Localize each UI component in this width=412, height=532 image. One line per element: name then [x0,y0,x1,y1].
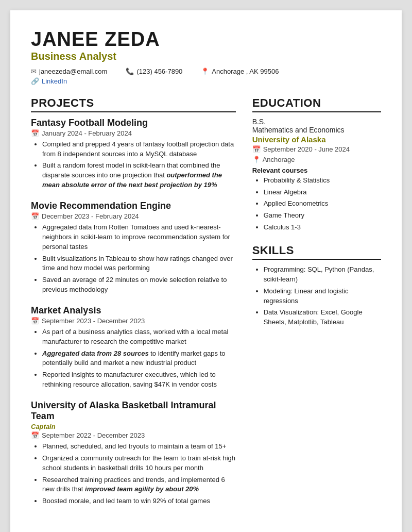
project-date-market: 📅 September 2023 - December 2023 [31,317,236,325]
calendar-icon-market: 📅 [31,317,39,325]
resume-container: JANEE ZEDA Business Analyst ✉ janeezeda@… [10,10,402,532]
calendar-icon-basketball: 📅 [31,431,39,439]
list-item: Modeling: Linear and logistic regression… [264,287,381,306]
email-icon: ✉ [31,68,37,75]
linkedin-link[interactable]: LinkedIn [42,77,67,85]
project-date-basketball: 📅 September 2022 - December 2023 [31,431,236,439]
project-date-basketball-text: September 2022 - December 2023 [42,431,145,439]
location-pin-icon: 📍 [252,156,261,163]
list-item: Data Visualization: Excel, Google Sheets… [264,308,381,327]
projects-section-title: PROJECTS [31,96,236,112]
project-date-movie-text: December 2023 - February 2024 [42,212,139,220]
location-icon: 📍 [201,68,209,75]
left-column: PROJECTS Fantasy Football Modeling 📅 Jan… [31,96,236,517]
project-bullets-market: As part of a business analytics class, w… [42,327,236,390]
skills-section: SKILLS Programming: SQL, Python (Pandas,… [252,244,381,327]
right-column: EDUCATION B.S. Mathematics and Economics… [252,96,381,517]
project-fantasy-football: Fantasy Football Modeling 📅 January 2024… [31,118,236,190]
list-item: Boosted morale, and led team to win 92% … [42,496,236,506]
list-item: Programming: SQL, Python (Pandas, scikit… [264,265,381,285]
list-item: Calculus 1-3 [264,223,381,232]
project-date-movie: 📅 December 2023 - February 2024 [31,212,236,220]
list-item: Game Theory [264,211,381,221]
calendar-icon-fantasy: 📅 [31,129,39,137]
list-item: Probability & Statistics [264,176,381,186]
project-title-market: Market Analysis [31,305,236,316]
skills-section-title: SKILLS [252,244,381,260]
project-bullets-basketball: Planned, scheduled, and led tryouts to m… [42,442,236,506]
contact-row: ✉ janeezeda@email.com 📞 (123) 456-7890 📍… [31,68,381,75]
project-date-market-text: September 2023 - December 2023 [42,317,145,325]
edu-dates: September 2020 - June 2024 [263,145,350,153]
project-subtitle-basketball: Captain [31,423,236,430]
candidate-title: Business Analyst [31,51,381,62]
project-date-fantasy-text: January 2024 - February 2024 [42,129,132,137]
edu-location-text: Anchorage [263,156,295,163]
list-item: Built a random forest model in scikit-le… [42,161,236,190]
list-item: Researched training practices and trends… [42,475,236,495]
linkedin-item[interactable]: 🔗 LinkedIn [31,77,67,85]
project-bullets-fantasy: Compiled and prepped 4 years of fantasy … [42,140,236,190]
education-section: EDUCATION B.S. Mathematics and Economics… [252,96,381,232]
edu-school: University of Alaska [252,135,381,144]
list-item: Aggregated data from 28 sources to ident… [42,349,236,369]
project-title-fantasy: Fantasy Football Modeling [31,118,236,128]
candidate-name: JANEE ZEDA [31,29,381,51]
phone-item: 📞 (123) 456-7890 [126,68,182,75]
relevant-courses-label: Relevant courses [252,167,381,174]
phone-icon: 📞 [126,68,134,75]
edu-date-row: 📅 September 2020 - June 2024 [252,145,381,153]
courses-list: Probability & Statistics Linear Algebra … [264,176,381,232]
edu-major: Mathematics and Economics [252,126,381,134]
list-item: Applied Econometrics [264,199,381,209]
phone-text: (123) 456-7890 [136,68,182,75]
list-item: Organized a community outreach for the t… [42,454,236,473]
list-item: Aggregated data from Rotten Tomatoes and… [42,223,236,252]
project-date-fantasy: 📅 January 2024 - February 2024 [31,129,236,137]
calendar-icon-edu: 📅 [252,145,261,153]
project-market-analysis: Market Analysis 📅 September 2023 - Decem… [31,305,236,390]
list-item: As part of a business analytics class, w… [42,327,236,347]
project-movie-rec: Movie Recommendation Engine 📅 December 2… [31,201,236,295]
header: JANEE ZEDA Business Analyst ✉ janeezeda@… [31,29,381,85]
location-text: Anchorage , AK 99506 [212,68,279,75]
project-bullets-movie: Aggregated data from Rotten Tomatoes and… [42,223,236,295]
location-item: 📍 Anchorage , AK 99506 [201,68,279,75]
list-item: Reported insights to manufacturer execut… [42,370,236,390]
calendar-icon-movie: 📅 [31,212,39,220]
skills-list: Programming: SQL, Python (Pandas, scikit… [264,265,381,327]
list-item: Planned, scheduled, and led tryouts to m… [42,442,236,452]
project-title-movie: Movie Recommendation Engine [31,201,236,211]
edu-degree: B.S. [252,118,381,126]
project-title-basketball: University of Alaska Basketball Intramur… [31,400,236,422]
education-section-title: EDUCATION [252,96,381,112]
edu-location-row: 📍 Anchorage [252,156,381,163]
list-item: Built visualizations in Tableau to show … [42,254,236,274]
main-columns: PROJECTS Fantasy Football Modeling 📅 Jan… [31,96,381,517]
email-item: ✉ janeezeda@email.com [31,68,107,75]
linkedin-row: 🔗 LinkedIn [31,77,381,85]
email-text: janeezeda@email.com [39,68,107,75]
list-item: Compiled and prepped 4 years of fantasy … [42,140,236,159]
list-item: Saved an average of 22 minutes on movie … [42,275,236,295]
linkedin-icon: 🔗 [31,77,39,85]
project-basketball: University of Alaska Basketball Intramur… [31,400,236,506]
list-item: Linear Algebra [264,188,381,197]
